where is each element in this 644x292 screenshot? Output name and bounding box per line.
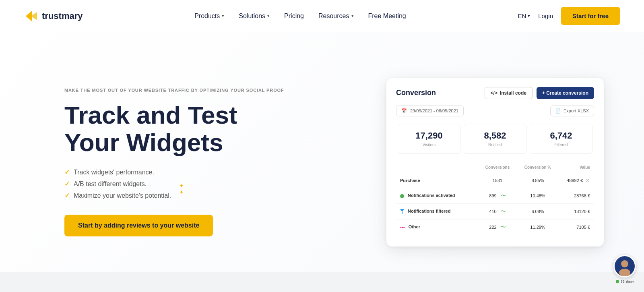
check-icon: ✓ [64,180,70,188]
dots-icon: ••• [400,225,405,230]
avatar-image [615,257,634,276]
chevron-down-icon: ▾ [222,13,224,19]
svg-point-4 [621,260,628,267]
trend-chart-icon: 〜 [501,192,506,199]
bullet-2: ✓ A/B test different widgets. [64,180,284,188]
status-dot-icon [400,194,404,198]
online-indicator [616,280,619,283]
stat-visitors: 17,290 Visitors [398,124,460,154]
nav-pricing[interactable]: Pricing [284,12,304,20]
conversions-table: Conversions Conversion % Value Purchase … [396,162,594,235]
dashboard-card: Conversion </> Install code + Create con… [386,78,604,246]
nav-solutions[interactable]: Solutions ▾ [239,12,270,20]
nav-right: EN ▾ Login Start for free [518,7,620,25]
hero-right: Conversion </> Install code + Create con… [284,78,620,246]
card-header: Conversion </> Install code + Create con… [396,87,594,99]
card-actions: </> Install code + Create conversion [485,87,594,99]
logo-icon [24,9,39,23]
nav-resources[interactable]: Resources ▾ [318,12,353,20]
footer-strip [0,272,644,292]
hero-title: Track and Test Your Widgets [64,101,284,156]
hero-left: MAKE THE MOST OUT OF YOUR WEBSITE TRAFFI… [64,88,284,236]
chevron-down-icon: ▾ [528,13,530,19]
chat-avatar[interactable] [613,255,636,278]
svg-marker-2 [400,209,404,214]
table-row: ••• Other 222 〜 11.29% 7105 € [396,220,594,235]
logo-text: trustmary [42,11,83,21]
table-row: Purchase 1531 8.85% 48992 € ✕ [396,173,594,188]
nav-free-meeting[interactable]: Free Meeting [368,12,406,20]
chevron-down-icon: ▾ [351,13,354,19]
check-icon: ✓ [64,168,70,176]
bullet-3: ✓ Maximize your website's potential. [64,192,284,199]
hero-section: MAKE THE MOST OUT OF YOUR WEBSITE TRAFFI… [0,32,644,292]
start-free-button[interactable]: Start for free [561,7,620,25]
table-row: Notifications activated 899 〜 10.48% 287… [396,188,594,204]
cta-button[interactable]: Start by adding reviews to your website [64,215,213,236]
close-icon[interactable]: ✕ [585,177,590,184]
trend-chart-icon: 〜 [501,224,506,231]
stats-row: 17,290 Visitors 8,582 Notified 6,742 Fil… [396,124,594,154]
stat-filtered: 6,742 Filtered [530,124,592,154]
table-row: Notifications filtered 410 〜 6.08% 13120… [396,204,594,220]
hero-bullets: ✓ Track widgets' performance. ✓ A/B test… [64,168,284,199]
install-code-button[interactable]: </> Install code [485,87,533,99]
create-conversion-button[interactable]: + Create conversion [537,87,594,99]
code-icon: </> [491,90,497,96]
chevron-down-icon: ▾ [267,13,270,19]
check-icon: ✓ [64,192,70,199]
logo[interactable]: trustmary [24,9,83,23]
nav-products[interactable]: Products ▾ [194,12,224,20]
trend-chart-icon: 〜 [501,208,506,215]
file-icon: 📄 [555,108,561,114]
date-export-row: 📅 29/09/2021 - 06/09/2021 📄 Export XLSX [396,106,594,116]
date-range-picker[interactable]: 📅 29/09/2021 - 06/09/2021 [396,106,464,116]
table-header: Conversions Conversion % Value [396,162,594,173]
card-title: Conversion [396,89,436,97]
language-selector[interactable]: EN ▾ [518,12,530,19]
filter-icon [400,209,404,214]
stat-notified: 8,582 Notified [464,124,526,154]
export-xlsx-button[interactable]: 📄 Export XLSX [550,106,594,116]
login-button[interactable]: Login [538,12,553,19]
navbar: trustmary Products ▾ Solutions ▾ Pricing… [0,0,644,32]
bullet-1: ✓ Track widgets' performance. [64,168,284,176]
calendar-icon: 📅 [401,108,407,114]
chat-status: Online [616,279,634,284]
nav-links: Products ▾ Solutions ▾ Pricing Resources… [194,12,406,20]
hero-eyebrow: MAKE THE MOST OUT OF YOUR WEBSITE TRAFFI… [64,88,284,93]
chat-widget[interactable]: Online [613,255,636,284]
